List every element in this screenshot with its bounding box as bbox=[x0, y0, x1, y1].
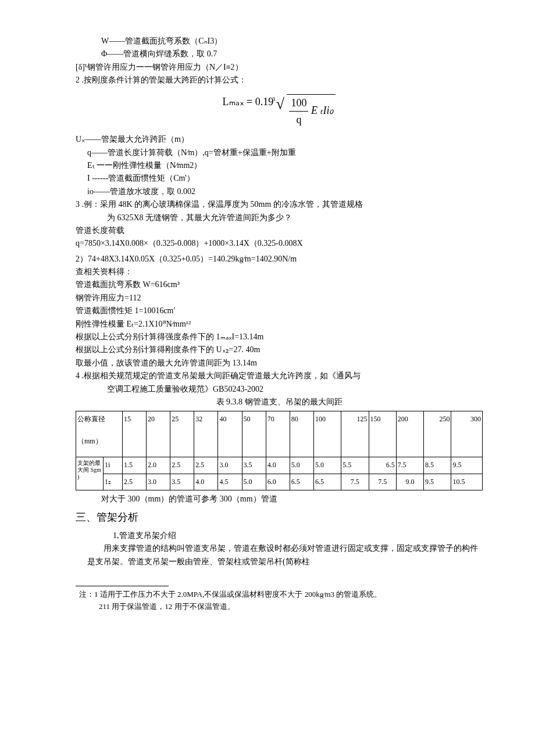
cell: 5.0 bbox=[313, 457, 341, 474]
root-index: 3 bbox=[272, 95, 275, 104]
intro-1: 1,管道支吊架介绍 bbox=[76, 529, 483, 542]
col-h: 80 bbox=[290, 411, 313, 457]
val-sigma: 钢管许用应力=112 bbox=[76, 292, 483, 304]
cell: 8.5 bbox=[424, 457, 451, 474]
col-h: 125 bbox=[341, 411, 369, 457]
item-4-line2: 空调工程施工质量验收规范》GB50243-2002 bbox=[76, 383, 483, 396]
footnote-2: 211 用于保温管道，12 用于不保温管道。 bbox=[76, 601, 483, 613]
cell: 9.5 bbox=[451, 457, 483, 474]
col-h: 25 bbox=[170, 411, 194, 457]
lookup-label: 查相关资料得： bbox=[76, 266, 483, 278]
result-1: 根据以上公式分别计算得强度条件下的 1ₘₐₓI=13.14m bbox=[76, 331, 483, 343]
cell: 6.5 bbox=[369, 457, 396, 474]
table-header-row: 公称直径 （mm） 15 20 25 32 40 50 70 80 100 12… bbox=[76, 411, 483, 457]
col-h: 150 bbox=[369, 411, 396, 457]
cell: 3.5 bbox=[242, 457, 266, 474]
section-3-heading: 三、管架分析 bbox=[76, 509, 483, 526]
footnote-separator bbox=[76, 586, 169, 586]
def-phi: Φ——管道横向焊缝系数，取 0.7 bbox=[76, 48, 483, 60]
cell: 2.5 bbox=[170, 457, 194, 474]
cell: 9.5 bbox=[424, 474, 451, 490]
col-h: 20 bbox=[147, 411, 170, 457]
col-h: 200 bbox=[396, 411, 423, 457]
item-3-line1: 3 .例：采用 48K 的离心玻璃棉保温，保温厚度为 50mm 的冷冻水管，其管… bbox=[76, 198, 483, 211]
cell: 2.5 bbox=[122, 474, 146, 490]
val-w: 管道截面抗弯系数 W=616cm³ bbox=[76, 278, 483, 291]
col-h: 50 bbox=[242, 411, 266, 457]
def-et: Eₜ 一一刚性弹性模量（N∕mm2） bbox=[76, 159, 483, 172]
cell: 7.5 bbox=[396, 457, 423, 474]
result-2: 根据以上公式分别计算得刚度条件下的 Uₓ₂=27. 40m bbox=[76, 343, 483, 356]
cell: 4.0 bbox=[266, 457, 290, 474]
def-i: I ------管道截面惯性矩（Cm'） bbox=[76, 172, 483, 185]
cell: 4.0 bbox=[194, 474, 218, 490]
cell: 6.5 bbox=[313, 474, 341, 490]
cell: 6.5 bbox=[290, 474, 313, 490]
row-group-label: 支架的最大间 Sgm ) bbox=[76, 457, 104, 490]
col-h: 32 bbox=[194, 411, 218, 457]
col-h: 70 bbox=[266, 411, 290, 457]
cell: 1.5 bbox=[122, 457, 146, 474]
cell: 4.5 bbox=[218, 474, 242, 490]
val-e: 刚性弹性模量 Eₜ=2.1X10⁸N∕mm¹² bbox=[76, 318, 483, 331]
formula-tail: E ₜIi₀ bbox=[308, 105, 333, 116]
def-W: W——管道截面抗弯系数（CₙI3） bbox=[76, 35, 483, 48]
paragraph-1: 用来支撑管道的结构叫管道支吊架，管道在敷设时都必须对管道进行固定或支撑，固定或支… bbox=[87, 542, 483, 568]
row-label: 1₂ bbox=[104, 474, 123, 490]
table-note: 对大于 300（mm）的管道可参考 300（mm）管道 bbox=[76, 493, 483, 506]
cell: 2.0 bbox=[147, 457, 170, 474]
item-2: 2 .按刚度条件计算的管架最大跨距的计算公式： bbox=[76, 74, 483, 87]
cell: 5.0 bbox=[290, 457, 313, 474]
equation-line1: q=7850×3.14X0.008×（0.325-0.008）+1000×3.1… bbox=[76, 237, 483, 250]
def-ux: Uₓ——管架最大允许跨距（m） bbox=[76, 133, 483, 146]
def-q: q——管道长度计算荷载（N∕m）,q=管材重+保温重+附加重 bbox=[76, 146, 483, 159]
cell: 5.5 bbox=[341, 457, 369, 474]
col-h: 100 bbox=[313, 411, 341, 457]
cell: 3.0 bbox=[147, 474, 170, 490]
cell: 7.5 bbox=[369, 474, 396, 490]
equation-line2: 2）74+48X3.14X0.05X（0.325+0.05）=140.29kg∕… bbox=[76, 253, 483, 266]
col-header-name: 公称直径 bbox=[77, 414, 121, 425]
table-row: 支架的最大间 Sgm ) 1i 1.5 2.0 2.5 2.5 3.0 3.5 … bbox=[76, 457, 483, 474]
cell: 2.5 bbox=[194, 457, 218, 474]
def-io: io——管道放水坡度，取 0.002 bbox=[76, 185, 483, 198]
cell: 3.5 bbox=[170, 474, 194, 490]
frac-num: 100 bbox=[289, 95, 308, 112]
cell: 7.5 bbox=[341, 474, 369, 490]
radical-icon: √ bbox=[276, 95, 284, 112]
row-label: 1i bbox=[104, 457, 123, 474]
col-h: 250 bbox=[424, 411, 451, 457]
cell: 5.0 bbox=[242, 474, 266, 490]
frac-den: q bbox=[289, 112, 308, 128]
table-row: 1₂ 2.5 3.0 3.5 4.0 4.5 5.0 6.0 6.5 6.5 7… bbox=[76, 474, 483, 490]
item-3-line2: 为 6325X8 无缝钢管，其最大允许管道间距为多少？ bbox=[76, 212, 483, 224]
result-min: 取最小值，故该管道的最大允许管道间距为 13.14m bbox=[76, 357, 483, 370]
col-h: 40 bbox=[218, 411, 242, 457]
cell: 3.0 bbox=[218, 457, 242, 474]
cell: 6.0 bbox=[266, 474, 290, 490]
item-4-line1: 4 .根据相关规范规定的管道支吊架最大间距确定管道最大允许跨度，如《通风与 bbox=[76, 370, 483, 382]
spacing-table: 公称直径 （mm） 15 20 25 32 40 50 70 80 100 12… bbox=[76, 411, 483, 490]
def-delta: [δ]ᵗ钢管许用应力一一钢管许用应力（N／Ι≡2） bbox=[76, 61, 483, 74]
cell: 9.0 bbox=[396, 474, 423, 490]
col-h: 15 bbox=[122, 411, 146, 457]
load-label: 管道长度荷载 bbox=[76, 224, 483, 237]
table-title: 表 9.3.8 钢管道支、吊架的最大间距 bbox=[76, 396, 483, 409]
formula-lmax: Lₘₐₓ = 0.19 3 √ 100 q E ₜIi₀ bbox=[76, 92, 483, 129]
col-h: 300 bbox=[451, 411, 483, 457]
footnote-1: 注：1 适用于工作压力不大于 2.0MPA,不保温或保温材料密度不大于 200k… bbox=[76, 589, 483, 601]
cell: 10.5 bbox=[451, 474, 483, 490]
formula-left: Lₘₐₓ = 0.19 bbox=[223, 96, 274, 108]
val-i: 管道截面惯性矩 1=10016cm' bbox=[76, 304, 483, 317]
col-header-unit: （mm） bbox=[77, 436, 121, 447]
